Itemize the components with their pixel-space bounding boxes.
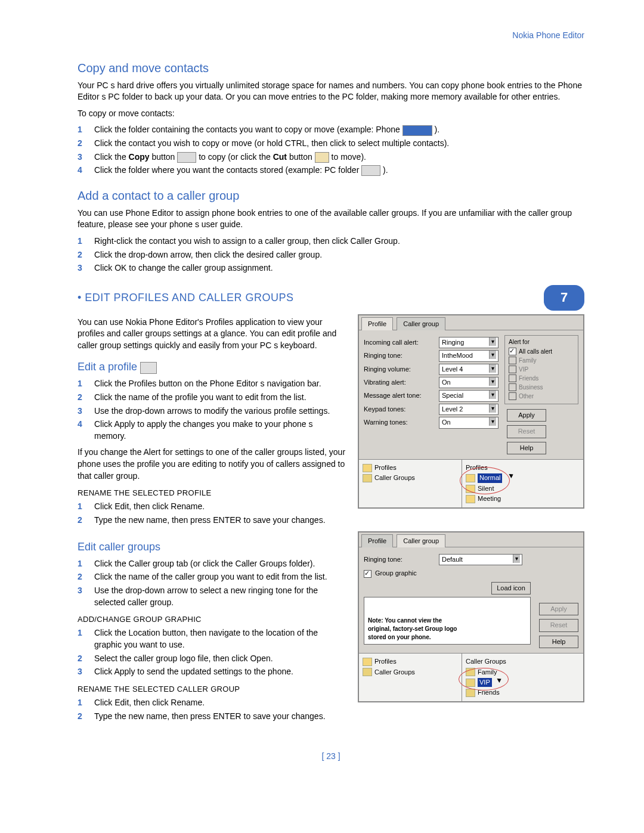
- step-num: 3: [78, 585, 86, 608]
- select-ringing-volume[interactable]: Level 4: [439, 364, 499, 375]
- checkbox-all-calls[interactable]: [509, 348, 516, 355]
- label: Ringing volume:: [364, 365, 435, 374]
- section-title: • EDIT PROFILES AND CALLER GROUPS: [78, 290, 294, 305]
- tree-item-vip[interactable]: VIP: [478, 678, 492, 687]
- tree-left: Profiles Caller Groups: [359, 460, 462, 507]
- screenshot-profile-panel: Profile Caller group Incoming call alert…: [358, 314, 584, 509]
- paragraph: You can use Phone Editor to assign phone…: [78, 208, 584, 231]
- tree-item-profiles[interactable]: Profiles: [374, 463, 397, 472]
- label: Alert for: [509, 338, 574, 346]
- select-message-alert[interactable]: Special: [439, 390, 499, 401]
- heading-add-contact-group: Add a contact to a caller group: [78, 187, 584, 204]
- step-num: 1: [78, 378, 86, 390]
- step-num: 2: [78, 515, 86, 527]
- cut-button-icon: [315, 152, 329, 163]
- step-text: Click the contact you wish to copy or mo…: [94, 138, 449, 150]
- tab-profile[interactable]: Profile: [361, 317, 393, 330]
- paragraph: You can use Nokia Phone Editor's Profile…: [78, 317, 346, 352]
- text: Click the folder containing the contacts…: [94, 125, 400, 134]
- checkbox-vip[interactable]: [509, 366, 516, 373]
- checkbox-group-graphic[interactable]: [364, 570, 371, 578]
- step-num: 1: [78, 501, 86, 513]
- step-text: Click the Location button, then navigate…: [94, 627, 346, 651]
- folder-icon: [363, 464, 372, 472]
- folder-icon: [363, 658, 372, 666]
- tree-header: Caller Groups: [466, 657, 506, 666]
- step-num: 1: [78, 697, 86, 709]
- step-text: Use the drop-down arrow to select a new …: [94, 585, 346, 608]
- select-warning-tones[interactable]: On: [439, 417, 499, 428]
- step-text: Click Apply to apply the changes you mak…: [94, 419, 346, 442]
- checkbox-friends[interactable]: [509, 374, 516, 382]
- profile-icon: [140, 362, 157, 374]
- checkbox-business[interactable]: [509, 383, 516, 391]
- step-num: 2: [78, 249, 86, 261]
- subheading: RENAME THE SELECTED PROFILE: [78, 488, 346, 498]
- profile-icon: [466, 485, 475, 493]
- paragraph: If you change the Alert for settings to …: [78, 447, 346, 482]
- step-num: 2: [78, 392, 86, 404]
- reset-button[interactable]: Reset: [539, 619, 578, 631]
- tree-header: Profiles: [466, 463, 488, 472]
- step-num: 2: [78, 711, 86, 723]
- step-text: Use the drop-down arrows to modify the v…: [94, 405, 330, 417]
- phone-folder-icon: [402, 125, 432, 136]
- step-text: Click the folder where you want the cont…: [94, 165, 388, 176]
- tab-profile[interactable]: Profile: [361, 534, 393, 547]
- steps-rename-group: 1Click Edit, then click Rename. 2Type th…: [78, 697, 346, 722]
- label: Message alert tone:: [364, 391, 435, 400]
- step-num: 2: [78, 653, 86, 665]
- note-text: Note: You cannot view the original, fact…: [368, 617, 463, 642]
- label: Business: [519, 383, 543, 392]
- subheading: ADD/CHANGE GROUP GRAPHIC: [78, 614, 346, 625]
- label: Group graphic: [375, 569, 417, 578]
- profile-icon: [466, 495, 475, 503]
- folder-icon: [363, 474, 372, 482]
- text: Your PC s hard drive offers you virtuall…: [78, 80, 582, 102]
- select-ringing-tone[interactable]: IntheMood: [439, 350, 499, 361]
- tab-caller-group[interactable]: Caller group: [397, 317, 445, 330]
- step-text: Click the name of the caller group you w…: [94, 571, 327, 583]
- checkbox-family[interactable]: [509, 357, 516, 364]
- help-button[interactable]: Help: [507, 442, 546, 454]
- select-ringing-tone[interactable]: Default: [439, 554, 522, 565]
- checkbox-other[interactable]: [509, 392, 516, 400]
- tree-item-family[interactable]: Family: [478, 668, 497, 677]
- label: VIP: [519, 366, 528, 374]
- tab-caller-group[interactable]: Caller group: [397, 534, 445, 547]
- tree-item-caller-groups[interactable]: Caller Groups: [374, 668, 415, 677]
- tree-item-caller-groups[interactable]: Caller Groups: [374, 473, 415, 482]
- tree-item-friends[interactable]: Friends: [478, 688, 500, 697]
- tree-item-silent[interactable]: Silent: [478, 484, 494, 493]
- tree-left: Profiles Caller Groups: [359, 654, 462, 701]
- label: Friends: [519, 374, 538, 383]
- reset-button[interactable]: Reset: [507, 425, 546, 438]
- tree-item-meeting[interactable]: Meeting: [478, 494, 501, 503]
- apply-button[interactable]: Apply: [539, 603, 578, 615]
- alert-for-group: Alert for All calls alert Family VIP Fri…: [504, 335, 578, 404]
- step-num: 4: [78, 419, 86, 442]
- label: Family: [519, 357, 536, 365]
- step-num: 3: [78, 666, 86, 678]
- folder-icon: [363, 668, 372, 676]
- step-num: 1: [78, 627, 86, 651]
- select-keypad-tones[interactable]: Level 2: [439, 404, 499, 415]
- step-num: 3: [78, 405, 86, 417]
- select-vibrating-alert[interactable]: On: [439, 377, 499, 388]
- tree-item-profiles[interactable]: Profiles: [374, 657, 397, 666]
- select-incoming-alert[interactable]: Ringing: [439, 337, 499, 348]
- paragraph: To copy or move contacts:: [78, 108, 584, 120]
- heading-copy-move: Copy and move contacts: [78, 60, 584, 76]
- step-text: Right-click the contact you wish to assi…: [94, 236, 400, 247]
- tree-item-normal[interactable]: Normal: [478, 473, 502, 482]
- screenshot-caller-group-panel: Profile Caller group Ringing tone: Defau…: [358, 531, 584, 703]
- step-text: Click the drop-down arrow, then click th…: [94, 249, 322, 261]
- apply-button[interactable]: Apply: [507, 409, 546, 422]
- group-icon: [466, 679, 475, 687]
- load-icon-button[interactable]: Load icon: [491, 582, 531, 594]
- steps-rename-profile: 1Click Edit, then click Rename. 2Type th…: [78, 501, 346, 526]
- label: Warning tones:: [364, 418, 435, 427]
- step-text: Click the Copy button to copy (or click …: [94, 151, 366, 163]
- help-button[interactable]: Help: [539, 636, 578, 648]
- step-text: Type the new name, then press ENTER to s…: [94, 711, 326, 723]
